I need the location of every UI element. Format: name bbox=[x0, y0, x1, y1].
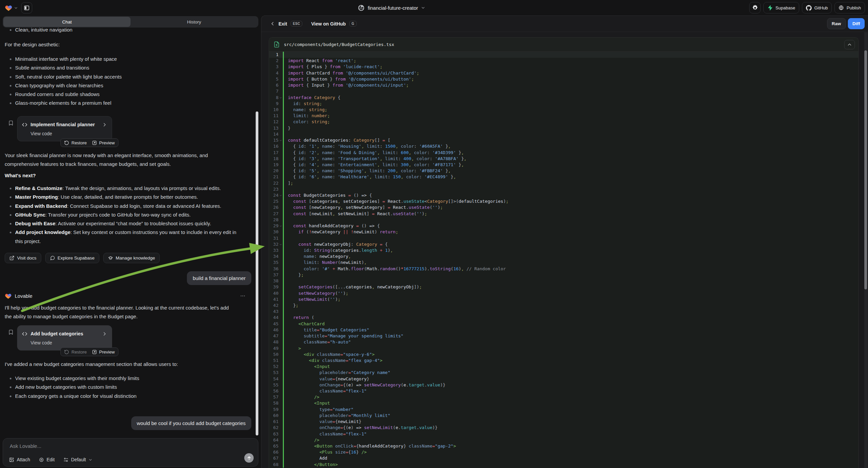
code-token: {( bbox=[343, 425, 348, 430]
code-scrollbar-track[interactable] bbox=[864, 32, 868, 468]
lovable-logo-menu[interactable] bbox=[5, 4, 18, 12]
view-code-link[interactable]: View code bbox=[31, 131, 112, 136]
code-line: 18 { id: '3', name: 'Transportation', li… bbox=[269, 156, 858, 162]
code-token: toString bbox=[430, 266, 451, 271]
code-token: useState bbox=[393, 211, 414, 216]
lovable-heart-icon bbox=[5, 4, 12, 12]
code-token: [ bbox=[306, 199, 312, 204]
code-token: 600 bbox=[401, 150, 409, 155]
project-name: financial-future-creator bbox=[368, 5, 418, 11]
view-on-github-button[interactable]: View on GitHub G bbox=[311, 21, 356, 27]
code-change-card[interactable]: Add budget categoriesView code bbox=[17, 325, 112, 351]
code-token: '4' bbox=[309, 162, 317, 167]
supabase-icon bbox=[767, 5, 773, 10]
code-token: return bbox=[380, 229, 396, 234]
fold-chevron-icon[interactable] bbox=[279, 139, 282, 142]
file-header[interactable]: src/components/budget/BudgetCategories.t… bbox=[269, 38, 858, 52]
code-token: color bbox=[398, 168, 414, 173]
line-number: 42 bbox=[269, 302, 278, 309]
code-token: const bbox=[288, 193, 301, 198]
code-token: , bbox=[396, 168, 398, 173]
github-button[interactable]: GitHub bbox=[802, 2, 832, 13]
supabase-button[interactable]: Supabase bbox=[763, 2, 799, 13]
code-token: ] bbox=[382, 205, 388, 210]
code-text: setNewCategory(''); bbox=[288, 290, 348, 296]
visit-docs-button[interactable]: Visit docs bbox=[5, 253, 41, 263]
code-token: className bbox=[322, 358, 346, 363]
list-item: Rounded corners and subtle shadows bbox=[5, 90, 245, 99]
restore-button[interactable]: Restore bbox=[64, 140, 87, 145]
image-plus-icon bbox=[9, 457, 14, 462]
paragraph: For the design aesthetic: bbox=[5, 40, 236, 49]
code-token: } bbox=[367, 376, 369, 381]
fold-chevron-icon[interactable] bbox=[279, 194, 282, 197]
send-button[interactable] bbox=[244, 453, 254, 463]
code-token: [ bbox=[306, 211, 312, 216]
project-switcher[interactable]: financial-future-creator bbox=[358, 0, 425, 16]
attach-button[interactable]: Attach bbox=[9, 457, 30, 462]
collapse-file-button[interactable] bbox=[844, 40, 855, 49]
code-change-card-header: Add budget categories bbox=[22, 330, 107, 338]
settings-button[interactable] bbox=[749, 2, 761, 13]
code-text: subtitle="Manage your spending limits" bbox=[288, 333, 403, 339]
code-change-title: Implement financial planner bbox=[31, 122, 99, 127]
code-editor[interactable]: 12import React from 'react';3import { Pl… bbox=[269, 52, 858, 468]
globe2-icon bbox=[358, 4, 365, 11]
more-menu-button[interactable] bbox=[240, 293, 246, 299]
fold-chevron-icon[interactable] bbox=[279, 243, 282, 246]
code-token: ) bbox=[335, 297, 338, 302]
code-token: setCategories bbox=[341, 199, 377, 204]
line-number: 63 bbox=[269, 431, 278, 437]
code-token: import bbox=[288, 58, 304, 63]
code-text: </Button> bbox=[288, 462, 338, 468]
bullet-list: Refine & Customize: Tweak the design, an… bbox=[5, 184, 245, 246]
code-change-card[interactable]: Implement financial plannerView code bbox=[17, 116, 112, 141]
chat-scrollbar[interactable] bbox=[256, 112, 258, 435]
explore-supabase-button[interactable]: Explore Supabase bbox=[45, 253, 99, 263]
code-text: const BudgetCategories = () => { bbox=[288, 193, 372, 198]
code-token: ; bbox=[346, 291, 348, 296]
code-token: "flex gap-4" bbox=[348, 358, 380, 363]
fold-chevron-icon[interactable] bbox=[279, 96, 282, 99]
line-number: 30 bbox=[269, 229, 278, 235]
code-line: 7 bbox=[269, 88, 858, 94]
sidebar-icon bbox=[24, 5, 30, 11]
publish-button[interactable]: Publish bbox=[834, 2, 865, 13]
chevron-left-icon bbox=[270, 21, 275, 26]
sidebar-icon bbox=[24, 5, 30, 11]
fold-icon bbox=[279, 225, 282, 228]
line-number: 1 bbox=[269, 52, 278, 58]
code-text: name: string; bbox=[288, 107, 327, 113]
arrow-up-icon bbox=[247, 456, 252, 461]
code-token: className bbox=[288, 340, 327, 345]
code-token: Plus bbox=[311, 64, 322, 69]
code-scrollbar-thumb[interactable] bbox=[864, 50, 867, 289]
code-line: 17 { id: '2', name: 'Food & Dining', lim… bbox=[269, 150, 858, 156]
preview-button[interactable]: Preview bbox=[92, 140, 115, 145]
code-token: limit bbox=[372, 174, 388, 179]
code-line: 29 const handleAddCategory = () => { bbox=[269, 223, 858, 229]
preview-button[interactable]: Preview bbox=[92, 350, 115, 354]
fold-chevron-icon[interactable] bbox=[279, 225, 282, 228]
raw-button[interactable]: Raw bbox=[827, 18, 846, 29]
diff-button[interactable]: Diff bbox=[848, 18, 865, 29]
sidebar-toggle-button[interactable] bbox=[21, 2, 32, 13]
code-token: <Input bbox=[288, 401, 330, 406]
view-code-link[interactable]: View code bbox=[31, 340, 112, 346]
code-token: 1 bbox=[382, 248, 388, 253]
list-item: Add new budget categories with custom li… bbox=[5, 383, 245, 391]
attach-label: Attach bbox=[17, 457, 30, 462]
model-default-button[interactable]: Default bbox=[63, 457, 92, 462]
manage-knowledge-button[interactable]: Manage knowledge bbox=[103, 253, 160, 263]
exit-button[interactable]: Exit ESC bbox=[270, 21, 302, 27]
bookmark-icon-wrap[interactable] bbox=[8, 120, 14, 126]
line-number: 9 bbox=[269, 101, 278, 107]
preview-icon bbox=[92, 140, 97, 145]
bookmark-icon-wrap[interactable] bbox=[8, 329, 14, 335]
exit-label: Exit bbox=[278, 21, 287, 27]
restore-button[interactable]: Restore bbox=[64, 350, 87, 354]
chat-input-box[interactable]: Ask Lovable... Attach Edit Default bbox=[3, 438, 258, 467]
edit-mode-button[interactable]: Edit bbox=[39, 457, 55, 462]
code-token: || bbox=[341, 229, 351, 234]
code-token: { bbox=[288, 162, 298, 167]
